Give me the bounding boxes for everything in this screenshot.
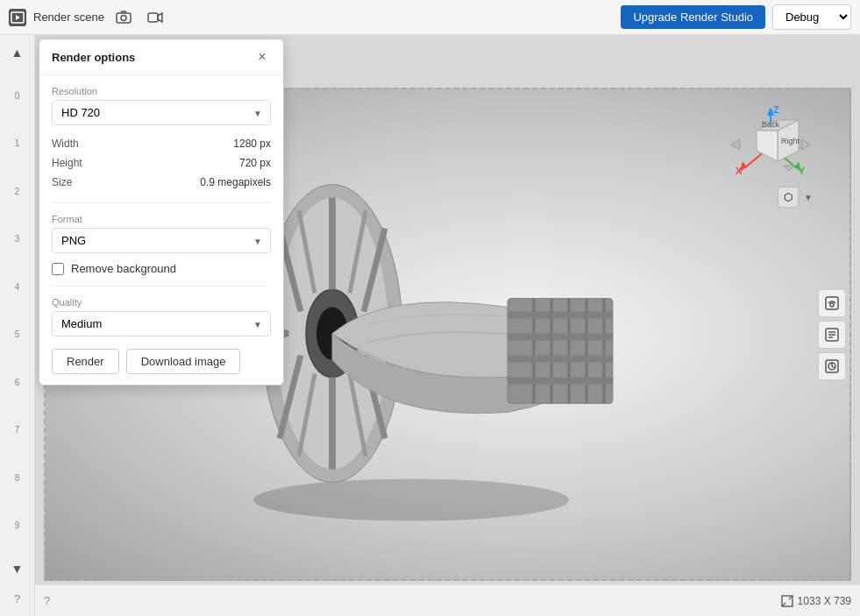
help-icon-btn[interactable]: ?	[4, 584, 32, 612]
remove-bg-row: Remove background	[52, 262, 271, 275]
svg-line-59	[832, 366, 835, 368]
upgrade-button[interactable]: Upgrade Render Studio	[621, 5, 765, 29]
axis-1: 1	[15, 138, 20, 148]
svg-rect-32	[508, 355, 613, 362]
cube-icon[interactable]: ⬡	[778, 187, 799, 208]
sidebar-scroll-down[interactable]: ▼	[4, 555, 32, 583]
format-group: Format PNG JPEG WebP EXR ▼	[52, 214, 271, 253]
app-title: Render scene	[33, 11, 104, 24]
render-options-panel: Render options × Resolution HD 720 HD 10…	[39, 39, 284, 386]
svg-text:Right: Right	[781, 137, 800, 145]
svg-rect-33	[508, 377, 613, 384]
close-panel-button[interactable]: ×	[253, 48, 271, 66]
divider-1	[52, 202, 271, 203]
right-panel-btn-2[interactable]	[818, 321, 846, 349]
viewport-dimensions: 1033 X 739	[798, 595, 851, 607]
axis-6: 6	[15, 378, 20, 387]
format-select[interactable]: PNG JPEG WebP EXR	[52, 228, 271, 253]
axis-8: 8	[15, 473, 20, 483]
topbar: Render scene Upgrade Render Studio Debug…	[0, 0, 860, 35]
svg-point-5	[253, 478, 569, 520]
sidebar-numbers: 0 1 2 3 4 5 6 7 8 9	[15, 68, 20, 553]
axis-0: 0	[15, 91, 20, 101]
width-label: Width	[52, 138, 79, 150]
axis-9: 9	[15, 520, 20, 530]
size-value: 0.9 megapixels	[200, 176, 271, 188]
height-row: Height 720 px	[52, 153, 271, 173]
svg-marker-43	[731, 139, 740, 150]
resolution-select[interactable]: HD 720 HD 1080 4K Custom	[52, 100, 271, 125]
height-label: Height	[52, 157, 82, 169]
resize-icon	[780, 594, 794, 608]
action-row: Render Download image	[52, 345, 271, 374]
format-label: Format	[52, 214, 271, 224]
panel-title: Render options	[52, 51, 135, 64]
axis-7: 7	[15, 425, 20, 435]
svg-text:Z: Z	[773, 104, 779, 115]
svg-rect-2	[117, 13, 131, 23]
quality-group: Quality Low Medium High Ultra ▼	[52, 297, 271, 336]
main-area: ▲ 0 1 2 3 4 5 6 7 8 9 ▼ ?	[0, 35, 860, 616]
svg-rect-30	[508, 311, 613, 318]
svg-text:Back: Back	[762, 120, 780, 129]
width-row: Width 1280 px	[52, 134, 271, 153]
render-scene-icon	[9, 9, 26, 26]
axis-4: 4	[15, 282, 20, 292]
nav-cube[interactable]: Z X Y Right	[727, 103, 814, 190]
axis-3: 3	[15, 234, 20, 244]
bottom-bar: ? 1033 X 739	[35, 584, 860, 616]
remove-bg-label[interactable]: Remove background	[71, 262, 176, 275]
divider-2	[52, 286, 271, 287]
axis-2: 2	[15, 187, 20, 196]
help-icon: ?	[44, 594, 50, 607]
resolution-group: Resolution HD 720 HD 1080 4K Custom ▼	[52, 86, 271, 125]
right-panel-btn-1[interactable]	[818, 289, 846, 317]
cube-dropdown[interactable]: ▼	[802, 191, 814, 203]
width-value: 1280 px	[233, 138, 271, 150]
download-image-button[interactable]: Download image	[126, 349, 241, 374]
quality-label: Quality	[52, 297, 271, 308]
quality-select-wrapper: Low Medium High Ultra ▼	[52, 311, 271, 336]
debug-select[interactable]: Debug Release Profile	[772, 4, 851, 30]
svg-marker-47	[784, 166, 794, 171]
sidebar-scroll-up[interactable]: ▲	[4, 39, 32, 67]
panel-header: Render options ×	[39, 39, 283, 75]
svg-rect-31	[508, 333, 613, 340]
resolution-select-wrapper: HD 720 HD 1080 4K Custom ▼	[52, 100, 271, 125]
remove-bg-checkbox[interactable]	[52, 263, 64, 275]
format-select-wrapper: PNG JPEG WebP EXR ▼	[52, 228, 271, 253]
dimensions-group: Width 1280 px Height 720 px Size 0.9 meg…	[52, 134, 271, 192]
canvas-area: Z X Y Right	[35, 35, 860, 616]
dimensions-display: 1033 X 739	[780, 594, 851, 608]
quality-select[interactable]: Low Medium High Ultra	[52, 311, 271, 336]
panel-body: Resolution HD 720 HD 1080 4K Custom ▼	[39, 75, 283, 385]
render-button[interactable]: Render	[52, 349, 119, 374]
size-label: Size	[52, 176, 72, 188]
size-row: Size 0.9 megapixels	[52, 173, 271, 192]
camera-icon-btn[interactable]	[111, 5, 136, 30]
video-icon-btn[interactable]	[143, 5, 167, 30]
svg-point-3	[121, 15, 126, 20]
left-sidebar: ▲ 0 1 2 3 4 5 6 7 8 9 ▼ ?	[0, 35, 35, 616]
svg-marker-44	[801, 139, 810, 150]
svg-point-51	[830, 303, 834, 307]
svg-rect-4	[148, 13, 158, 22]
right-panel-btn-3[interactable]	[818, 352, 846, 380]
axis-5: 5	[15, 329, 20, 339]
svg-marker-1	[16, 15, 20, 20]
height-value: 720 px	[239, 157, 271, 169]
resolution-label: Resolution	[52, 86, 271, 96]
